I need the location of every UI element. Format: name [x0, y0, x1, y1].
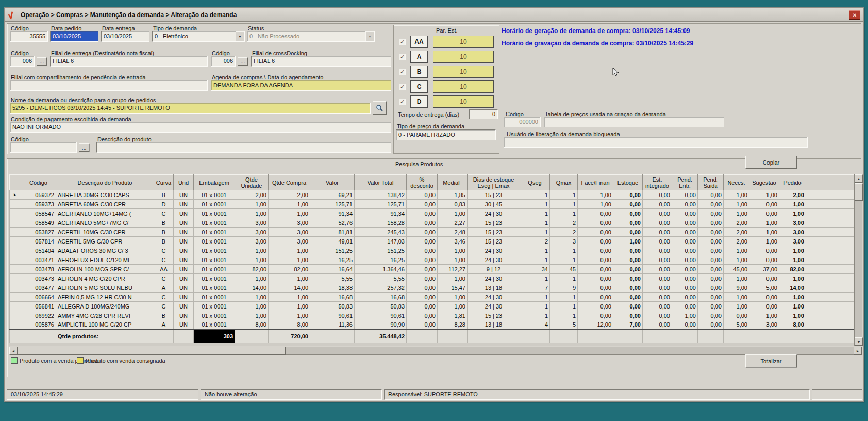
grid-cell[interactable]: 82,00 [235, 265, 269, 274]
table-row[interactable]: 069922AMMY 4MG C/28 CPR REVIBUN01 x 0001… [10, 311, 854, 320]
table-row[interactable]: 006664AFRIN 0,5 MG 12 HR C/30 NCUN01 x 0… [10, 293, 854, 302]
grid-cell[interactable]: 1,00 [235, 274, 269, 283]
grid-cell[interactable]: 0,00 [643, 293, 672, 302]
grid-horizontal-scrollbar[interactable]: ◄ ► [9, 347, 862, 355]
grid-cell[interactable]: C [154, 209, 174, 218]
grid-cell[interactable]: 0,00 [698, 190, 724, 200]
grid-cell[interactable]: 0,00 [407, 302, 438, 311]
grid-cell[interactable]: 2,00 [269, 190, 310, 200]
grid-cell[interactable]: B [154, 237, 174, 246]
codigo-tabela-field[interactable]: 000000 [504, 117, 541, 127]
grid-cell[interactable]: UN [174, 200, 194, 209]
grid-cell[interactable]: 5,00 [749, 283, 779, 293]
grid-cell[interactable]: AEROFLUX EDUL C/120 ML [56, 255, 154, 265]
table-row[interactable]: 058547ACERTANLO 10MG+14MG (CUN01 x 00011… [10, 209, 854, 218]
grid-cell[interactable]: 0,00 [613, 246, 643, 255]
grid-cell[interactable]: 50,83 [310, 302, 355, 311]
grid-cell[interactable]: 0,00 [613, 274, 643, 283]
grid-cell[interactable]: 4 [520, 320, 550, 330]
grid-cell[interactable]: 1,00 [749, 237, 779, 246]
grid-cell[interactable]: 34 [520, 265, 550, 274]
grid-cell[interactable]: B [154, 228, 174, 237]
grid-cell[interactable]: 0,00 [672, 237, 698, 246]
grid-cell[interactable]: 1 [520, 200, 550, 209]
grid-cell[interactable]: 0,00 [698, 246, 724, 255]
grid-cell[interactable]: 15 | 23 [468, 311, 520, 320]
grid-cell[interactable]: 0,00 [407, 265, 438, 274]
grid-cell[interactable]: 0,00 [407, 274, 438, 283]
grid-cell[interactable]: 1,00 [779, 246, 806, 255]
grid-cell[interactable]: A [154, 283, 174, 293]
grid-cell[interactable]: 01 x 0001 [194, 237, 235, 246]
grid-cell[interactable]: 0,00 [672, 218, 698, 228]
tempo-entrega-field[interactable]: 0 [469, 109, 498, 119]
grid-cell[interactable]: 1 [550, 190, 578, 200]
grid-cell[interactable]: 1,00 [724, 293, 749, 302]
grid-cell[interactable]: A [154, 320, 174, 330]
grid-cell[interactable]: 16,25 [310, 255, 355, 265]
descricao-produto-field[interactable] [96, 142, 391, 153]
scroll-right-button[interactable]: ► [854, 347, 862, 355]
grid-cell[interactable]: 01 x 0001 [194, 190, 235, 200]
grid-cell[interactable]: UN [174, 209, 194, 218]
grid-cell[interactable]: 90,90 [355, 320, 407, 330]
grid-cell[interactable]: AEROLIN 100 MCG SPR C/ [56, 265, 154, 274]
grid-cell[interactable]: 1,00 [779, 302, 806, 311]
grid-cell[interactable]: 16,25 [355, 255, 407, 265]
grid-cell[interactable]: 1,00 [235, 302, 269, 311]
grid-cell[interactable]: 01 x 0001 [194, 246, 235, 255]
grid-cell[interactable]: C [154, 293, 174, 302]
grid-cell[interactable]: 1,00 [779, 274, 806, 283]
grid-cell[interactable]: 5,00 [724, 320, 749, 330]
grid-cell[interactable]: 0,83 [438, 200, 468, 209]
grid-cell[interactable]: 0,00 [672, 209, 698, 218]
grid-cell[interactable]: 0,00 [749, 246, 779, 255]
grid-cell[interactable]: 0,00 [407, 228, 438, 237]
row-selector[interactable] [10, 274, 21, 283]
grid-cell[interactable]: 1,00 [269, 200, 310, 209]
grid-cell[interactable]: 0,00 [613, 218, 643, 228]
grid-cell[interactable]: 059373 [21, 200, 56, 209]
grid-cell[interactable]: 2,00 [724, 237, 749, 246]
row-selector[interactable] [10, 293, 21, 302]
grid-cell[interactable]: 1,00 [235, 200, 269, 209]
grid-cell[interactable]: 5 [550, 320, 578, 330]
grid-cell[interactable]: 14,00 [235, 283, 269, 293]
grid-cell[interactable]: 3,00 [235, 228, 269, 237]
condicao-field[interactable]: NAO INFORMADO [10, 122, 391, 133]
grid-cell[interactable]: 0,00 [613, 255, 643, 265]
grid-cell[interactable]: 3,00 [779, 228, 806, 237]
grid-cell[interactable]: 0,00 [672, 320, 698, 330]
grid-cell[interactable]: 0,00 [407, 237, 438, 246]
grid-cell[interactable]: 0,00 [578, 255, 613, 265]
grid-cell[interactable]: 3,00 [749, 320, 779, 330]
agenda-field[interactable]: DEMANDA FORA DA AGENDA [211, 80, 391, 91]
row-selector[interactable]: ► [10, 190, 21, 200]
grid-cell[interactable]: 0,00 [672, 283, 698, 293]
grid-cell[interactable]: 01 x 0001 [194, 311, 235, 320]
table-row[interactable]: 051404ADALAT OROS 30 MG C/ 3CUN01 x 0001… [10, 246, 854, 255]
grid-cell[interactable]: 0,00 [578, 209, 613, 218]
grid-cell[interactable]: ACERTIL 10MG C/30 CPR [56, 228, 154, 237]
grid-cell[interactable]: C [154, 302, 174, 311]
grid-vertical-scrollbar[interactable]: ▲ ▼ [854, 174, 862, 346]
grid-cell[interactable]: 003477 [21, 283, 56, 293]
grid-cell[interactable]: 2 [520, 237, 550, 246]
grid-cell[interactable]: 0,00 [698, 302, 724, 311]
grid-cell[interactable]: 0,00 [749, 255, 779, 265]
grid-cell[interactable]: 1,00 [749, 218, 779, 228]
grid-cell[interactable]: 91,34 [355, 209, 407, 218]
grid-cell[interactable]: 3,00 [269, 237, 310, 246]
table-row[interactable]: 003473AEROLIN 4 MG C/20 CPRCUN01 x 00011… [10, 274, 854, 283]
grid-cell[interactable]: 1,00 [235, 255, 269, 265]
grid-cell[interactable]: 14,00 [779, 283, 806, 293]
grid-cell[interactable]: 1,00 [269, 274, 310, 283]
grid-cell[interactable]: 051404 [21, 246, 56, 255]
grid-cell[interactable]: 1,00 [672, 311, 698, 320]
grid-cell[interactable]: 0,00 [407, 283, 438, 293]
codigo-cross-field[interactable]: 006 [211, 56, 236, 67]
grid-cell[interactable]: 0,00 [578, 246, 613, 255]
grid-cell[interactable]: 1 [520, 218, 550, 228]
grid-cell[interactable]: 2,00 [779, 190, 806, 200]
grid-cell[interactable]: B [154, 218, 174, 228]
